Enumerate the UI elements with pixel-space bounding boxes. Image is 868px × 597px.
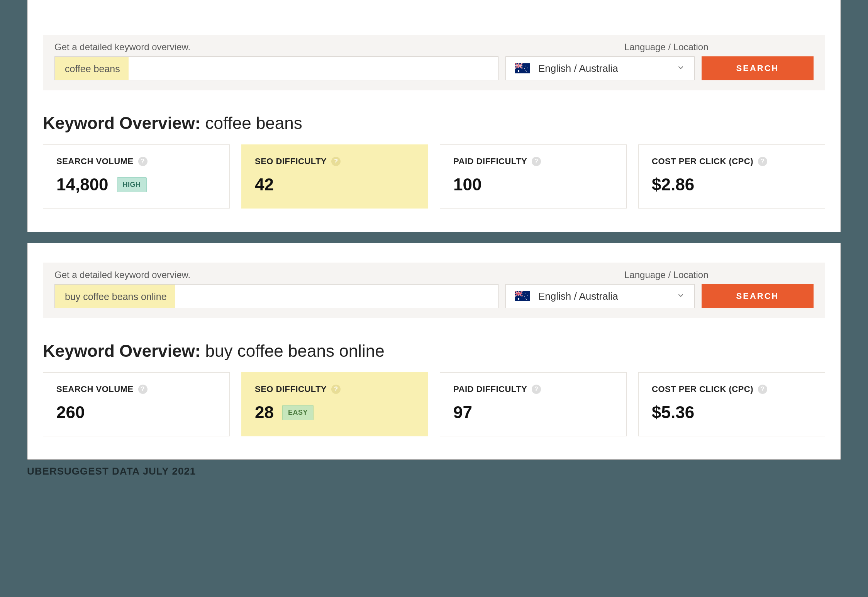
help-icon[interactable]: ? [138,157,147,166]
metric-value: $5.36 [652,403,694,422]
overview-title: Keyword Overview: buy coffee beans onlin… [43,341,825,361]
help-icon[interactable]: ? [758,385,767,394]
metric-seo-difficulty: SEO DIFFICULTY ? 28 EASY [241,372,428,436]
flag-icon [515,291,530,301]
metric-value: 42 [255,175,274,194]
svg-point-8 [526,70,526,71]
locale-label: Language / Location [624,270,814,280]
metric-label: COST PER CLICK (CPC) [652,156,753,166]
svg-point-9 [524,68,525,69]
metric-label: COST PER CLICK (CPC) [652,384,753,394]
search-prompt: Get a detailed keyword overview. [54,270,190,280]
metric-value: $2.86 [652,175,694,194]
svg-point-21 [526,299,527,300]
chevron-down-icon [676,63,685,75]
svg-rect-15 [515,293,522,294]
overview-keyword: coffee beans [205,114,302,132]
metric-value: 260 [56,403,85,422]
overview-title: Keyword Overview: coffee beans [43,114,825,133]
help-icon[interactable]: ? [532,157,541,166]
keyword-input[interactable]: buy coffee beans online [54,284,498,308]
metric-value: 97 [453,403,472,422]
status-badge: HIGH [117,177,147,192]
metric-search-volume: SEARCH VOLUME ? 14,800 HIGH [43,144,230,209]
metric-label: PAID DIFFICULTY [453,384,527,394]
metric-seo-difficulty: SEO DIFFICULTY ? 42 [241,144,428,209]
flag-icon [515,63,530,73]
svg-rect-4 [515,66,522,66]
metrics-row: SEARCH VOLUME ? 14,800 HIGH SEO DIFFICUL… [43,144,825,209]
metric-search-volume: SEARCH VOLUME ? 260 [43,372,230,436]
help-icon[interactable]: ? [532,385,541,394]
keyword-panel: Get a detailed keyword overview. Languag… [27,243,841,460]
overview-keyword: buy coffee beans online [205,341,385,360]
status-badge: EASY [282,405,314,420]
svg-point-7 [527,68,528,68]
search-prompt: Get a detailed keyword overview. [54,42,190,53]
metric-value: 14,800 [56,175,108,194]
metric-value: 100 [453,175,481,194]
locale-select[interactable]: English / Australia [505,56,695,80]
keyword-input-value: buy coffee beans online [55,285,175,308]
help-icon[interactable]: ? [331,157,341,166]
metric-cpc: COST PER CLICK (CPC) ? $2.86 [638,144,825,209]
metric-label: SEARCH VOLUME [56,156,134,166]
locale-value: English / Australia [538,290,618,302]
search-button[interactable]: SEARCH [702,284,814,308]
metric-label: SEO DIFFICULTY [255,384,327,394]
metric-label: SEARCH VOLUME [56,384,134,394]
search-bar: Get a detailed keyword overview. Languag… [43,35,825,90]
svg-point-16 [518,298,519,300]
keyword-input[interactable]: coffee beans [54,56,498,80]
svg-point-10 [526,71,527,72]
metric-paid-difficulty: PAID DIFFICULTY ? 97 [440,372,627,436]
metric-value: 28 [255,403,274,422]
overview-prefix: Keyword Overview: [43,114,200,132]
metric-cpc: COST PER CLICK (CPC) ? $5.36 [638,372,825,436]
help-icon[interactable]: ? [331,385,341,394]
locale-value: English / Australia [538,63,618,75]
chevron-down-icon [676,290,685,302]
locale-label: Language / Location [624,42,814,53]
svg-point-18 [527,295,528,296]
search-bar: Get a detailed keyword overview. Languag… [43,263,825,318]
keyword-input-value: coffee beans [55,57,129,80]
metric-paid-difficulty: PAID DIFFICULTY ? 100 [440,144,627,209]
svg-point-19 [526,298,526,298]
keyword-panel: Get a detailed keyword overview. Languag… [27,0,841,232]
help-icon[interactable]: ? [138,385,147,394]
svg-point-17 [526,293,526,294]
overview-prefix: Keyword Overview: [43,341,200,360]
search-button[interactable]: SEARCH [702,56,814,80]
locale-select[interactable]: English / Australia [505,284,695,308]
svg-point-20 [524,296,525,297]
metric-label: SEO DIFFICULTY [255,156,327,166]
metric-label: PAID DIFFICULTY [453,156,527,166]
svg-point-6 [526,66,526,66]
data-source-caption: UBERSUGGEST DATA JULY 2021 [27,465,841,477]
svg-point-5 [518,70,519,72]
help-icon[interactable]: ? [758,157,767,166]
metrics-row: SEARCH VOLUME ? 260 SEO DIFFICULTY ? 28 … [43,372,825,436]
